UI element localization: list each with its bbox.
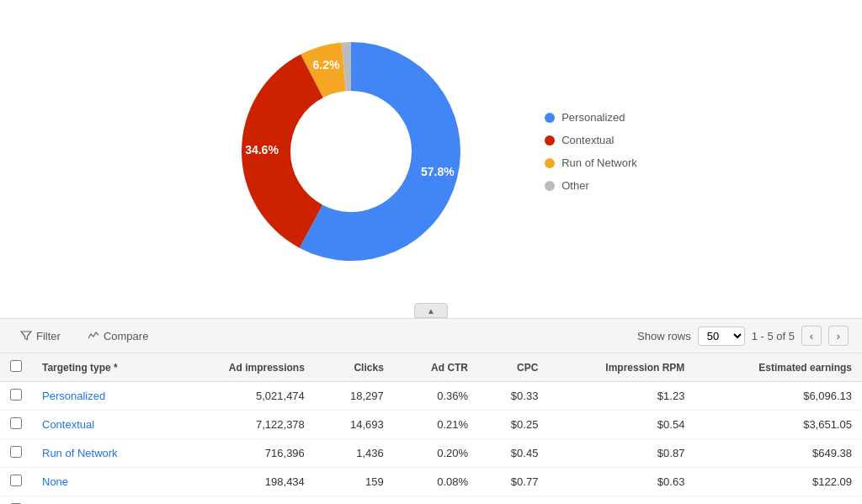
cell-ad_ctr: 0.36% <box>394 382 478 411</box>
col-header-impression_rpm: Impression RPM <box>548 353 694 382</box>
cell-ad_ctr: 0.21% <box>394 411 478 439</box>
cell-cpc: $0.25 <box>478 411 548 439</box>
page-wrapper: 57.8%34.6%6.2% PersonalizedContextualRun… <box>0 0 862 504</box>
table-toolbar: Filter Compare Show rows 5025100 1 - 5 o… <box>0 319 862 353</box>
legend-label: Other <box>561 179 589 192</box>
cell-estimated_earnings: $649.38 <box>694 439 862 468</box>
legend-label: Contextual <box>561 134 614 146</box>
row-checkbox[interactable] <box>10 417 22 429</box>
cell-clicks: 159 <box>315 468 394 496</box>
col-header-checkbox <box>0 353 32 382</box>
table-row: Placement114,5861760.15%$0.20$0.11$34.72 <box>0 496 862 505</box>
cell-clicks: 18,297 <box>315 382 394 411</box>
legend-label: Personalized <box>561 111 625 124</box>
legend-item: Run of Network <box>545 157 637 169</box>
pagination-next[interactable]: › <box>828 326 849 346</box>
row-checkbox[interactable] <box>10 446 22 458</box>
cell-impression_rpm: $0.63 <box>548 468 694 496</box>
pagination-prev[interactable]: ‹ <box>801 326 822 346</box>
table-row: Run of Network716,3961,4360.20%$0.45$0.8… <box>0 439 862 468</box>
legend-dot <box>545 135 555 146</box>
cell-ad_impressions: 7,122,378 <box>173 411 315 439</box>
filter-button[interactable]: Filter <box>13 326 67 346</box>
col-header-ad_impressions: Ad impressions <box>173 353 315 382</box>
rows-select[interactable]: 5025100 <box>698 326 745 346</box>
collapse-button[interactable]: ▲ <box>414 303 448 318</box>
toolbar-left: Filter Compare <box>13 326 624 346</box>
cell-targeting_type: None <box>32 468 173 496</box>
legend-item: Contextual <box>545 134 637 146</box>
compare-button[interactable]: Compare <box>81 326 155 346</box>
collapse-bar: ▲ <box>0 303 862 318</box>
cell-cpc: $0.20 <box>478 496 548 505</box>
compare-label: Compare <box>104 330 148 342</box>
legend-dot <box>545 158 555 168</box>
cell-clicks: 1,436 <box>315 439 394 468</box>
cell-checkbox <box>0 382 32 411</box>
cell-checkbox <box>0 468 32 496</box>
cell-targeting_type: Placement <box>32 496 173 505</box>
col-header-estimated_earnings: Estimated earnings <box>694 353 862 382</box>
cell-clicks: 14,693 <box>315 411 394 439</box>
cell-cpc: $0.33 <box>478 382 548 411</box>
cell-ad_impressions: 716,396 <box>173 439 315 468</box>
cell-ad_ctr: 0.08% <box>394 468 478 496</box>
cell-estimated_earnings: $34.72 <box>694 496 862 505</box>
legend-label: Run of Network <box>561 157 637 169</box>
svg-text:57.8%: 57.8% <box>421 165 455 178</box>
donut-chart: 57.8%34.6%6.2% <box>225 25 477 278</box>
col-header-targeting_type: Targeting type * <box>32 353 173 382</box>
cell-checkbox <box>0 439 32 468</box>
cell-impression_rpm: $1.23 <box>548 382 694 411</box>
cell-estimated_earnings: $6,096.13 <box>694 382 862 411</box>
legend-item: Other <box>545 179 637 192</box>
cell-estimated_earnings: $3,651.05 <box>694 411 862 439</box>
chart-legend: PersonalizedContextualRun of NetworkOthe… <box>545 111 637 192</box>
col-header-cpc: CPC <box>478 353 548 382</box>
svg-text:34.6%: 34.6% <box>245 143 279 157</box>
table-row: None198,4341590.08%$0.77$0.63$122.09 <box>0 468 862 496</box>
cell-impression_rpm: $0.54 <box>548 411 694 439</box>
compare-icon <box>88 330 99 342</box>
cell-ad_impressions: 114,586 <box>173 496 315 505</box>
chart-section: 57.8%34.6%6.2% PersonalizedContextualRun… <box>0 0 862 303</box>
header-checkbox[interactable] <box>10 360 22 372</box>
cell-checkbox <box>0 496 32 505</box>
table-row: Personalized5,021,47418,2970.36%$0.33$1.… <box>0 382 862 411</box>
cell-targeting_type: Personalized <box>32 382 173 411</box>
toolbar-right: Show rows 5025100 1 - 5 of 5 ‹ › <box>637 326 849 346</box>
table-section: Filter Compare Show rows 5025100 1 - 5 o… <box>0 318 862 504</box>
data-table: Targeting type *Ad impressionsClicksAd C… <box>0 353 862 504</box>
table-header: Targeting type *Ad impressionsClicksAd C… <box>0 353 862 382</box>
row-checkbox[interactable] <box>10 389 22 401</box>
cell-targeting_type: Contextual <box>32 411 173 439</box>
cell-ad_impressions: 198,434 <box>173 468 315 496</box>
cell-cpc: $0.77 <box>478 468 548 496</box>
cell-targeting_type: Run of Network <box>32 439 173 468</box>
filter-label: Filter <box>36 330 61 342</box>
legend-dot <box>545 113 555 123</box>
show-rows-label: Show rows <box>637 330 691 342</box>
cell-impression_rpm: $0.11 <box>548 496 694 505</box>
col-header-clicks: Clicks <box>315 353 394 382</box>
cell-clicks: 176 <box>315 496 394 505</box>
legend-dot <box>545 181 555 191</box>
cell-checkbox <box>0 411 32 439</box>
pagination-info: 1 - 5 of 5 <box>752 330 795 342</box>
cell-estimated_earnings: $122.09 <box>694 468 862 496</box>
legend-item: Personalized <box>545 111 637 124</box>
cell-cpc: $0.45 <box>478 439 548 468</box>
table-row: Contextual7,122,37814,6930.21%$0.25$0.54… <box>0 411 862 439</box>
table-body: Personalized5,021,47418,2970.36%$0.33$1.… <box>0 382 862 505</box>
row-checkbox[interactable] <box>10 475 22 486</box>
cell-ad_impressions: 5,021,474 <box>173 382 315 411</box>
cell-ad_ctr: 0.15% <box>394 496 478 505</box>
col-header-ad_ctr: Ad CTR <box>394 353 478 382</box>
cell-ad_ctr: 0.20% <box>394 439 478 468</box>
cell-impression_rpm: $0.87 <box>548 439 694 468</box>
svg-text:6.2%: 6.2% <box>313 58 340 72</box>
filter-icon <box>20 330 32 342</box>
